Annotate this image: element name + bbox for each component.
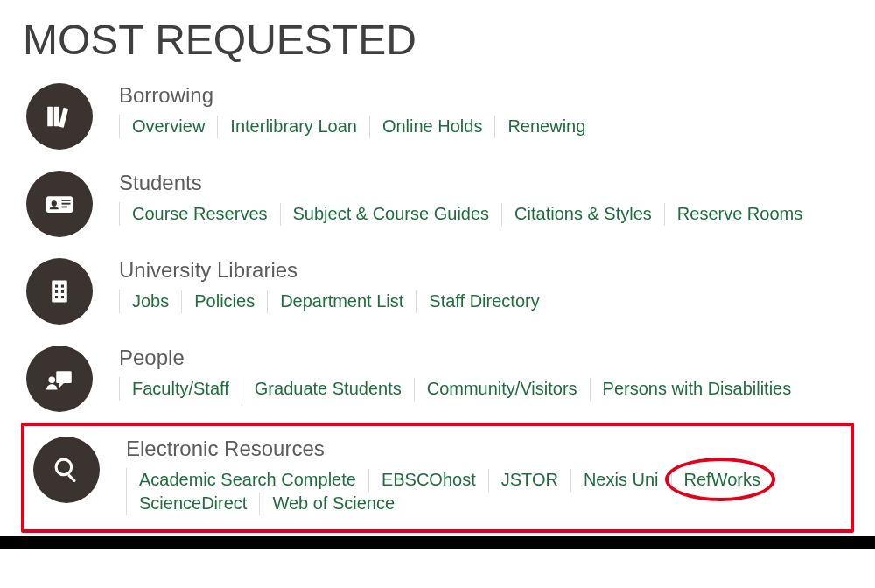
svg-point-18 xyxy=(56,459,72,475)
section-heading: Electronic Resources xyxy=(126,437,850,461)
books-icon xyxy=(26,83,93,150)
link-list: Faculty/Staff Graduate Students Communit… xyxy=(119,377,858,401)
section-university-libraries: University Libraries Jobs Policies Depar… xyxy=(18,248,858,335)
svg-marker-16 xyxy=(60,383,64,388)
section-people: People Faculty/Staff Graduate Students C… xyxy=(18,335,858,423)
svg-rect-0 xyxy=(47,107,52,127)
section-students: Students Course Reserves Subject & Cours… xyxy=(18,160,858,248)
building-icon xyxy=(26,258,93,325)
svg-point-4 xyxy=(52,200,57,206)
svg-rect-6 xyxy=(62,203,71,205)
svg-rect-7 xyxy=(62,206,67,208)
link-online-holds[interactable]: Online Holds xyxy=(370,115,495,138)
section-heading: People xyxy=(119,346,858,370)
id-card-icon xyxy=(26,171,93,237)
link-list: Overview Interlibrary Loan Online Holds … xyxy=(119,115,858,138)
link-graduate-students[interactable]: Graduate Students xyxy=(242,377,414,401)
link-policies[interactable]: Policies xyxy=(182,290,267,313)
page-title: MOST REQUESTED xyxy=(23,16,858,64)
link-academic-search-complete[interactable]: Academic Search Complete xyxy=(127,468,368,492)
svg-rect-12 xyxy=(61,290,64,293)
link-staff-directory[interactable]: Staff Directory xyxy=(416,290,551,313)
svg-rect-14 xyxy=(61,296,64,298)
svg-rect-5 xyxy=(62,200,71,201)
svg-rect-2 xyxy=(59,108,68,128)
link-refworks[interactable]: RefWorks xyxy=(672,468,773,492)
bottom-bar xyxy=(0,536,875,549)
link-citations-styles[interactable]: Citations & Styles xyxy=(502,202,664,226)
section-heading: Borrowing xyxy=(119,83,858,108)
link-department-list[interactable]: Department List xyxy=(268,290,416,313)
people-icon xyxy=(26,346,93,412)
svg-rect-1 xyxy=(54,107,60,127)
link-list: Jobs Policies Department List Staff Dire… xyxy=(119,290,858,313)
link-jstor[interactable]: JSTOR xyxy=(489,468,570,492)
link-overview[interactable]: Overview xyxy=(120,115,217,138)
svg-rect-11 xyxy=(55,290,58,293)
link-faculty-staff[interactable]: Faculty/Staff xyxy=(120,377,242,401)
link-interlibrary-loan[interactable]: Interlibrary Loan xyxy=(218,115,369,138)
highlight-box: Electronic Resources Academic Search Com… xyxy=(21,423,854,533)
link-reserve-rooms[interactable]: Reserve Rooms xyxy=(665,202,815,226)
section-heading: University Libraries xyxy=(119,258,858,283)
link-list: Academic Search Complete EBSCOhost JSTOR… xyxy=(126,468,850,515)
link-persons-with-disabilities[interactable]: Persons with Disabilities xyxy=(591,377,804,401)
svg-rect-9 xyxy=(55,285,58,288)
link-web-of-science[interactable]: Web of Science xyxy=(260,492,407,515)
section-electronic-resources: Electronic Resources Academic Search Com… xyxy=(24,426,850,526)
link-nexis-uni[interactable]: Nexis Uni xyxy=(571,468,671,492)
link-jobs[interactable]: Jobs xyxy=(120,290,181,313)
svg-rect-13 xyxy=(55,296,58,298)
link-sciencedirect[interactable]: ScienceDirect xyxy=(127,492,259,515)
svg-point-17 xyxy=(49,377,56,384)
svg-rect-10 xyxy=(61,285,64,288)
link-community-visitors[interactable]: Community/Visitors xyxy=(415,377,590,401)
svg-rect-19 xyxy=(67,473,76,482)
link-renewing[interactable]: Renewing xyxy=(495,115,598,138)
link-list: Course Reserves Subject & Course Guides … xyxy=(119,202,858,226)
section-heading: Students xyxy=(119,171,858,195)
svg-rect-8 xyxy=(52,281,67,303)
svg-rect-15 xyxy=(56,371,72,383)
link-course-reserves[interactable]: Course Reserves xyxy=(120,202,280,226)
link-subject-course-guides[interactable]: Subject & Course Guides xyxy=(281,202,502,226)
link-ebscohost[interactable]: EBSCOhost xyxy=(369,468,488,492)
section-borrowing: Borrowing Overview Interlibrary Loan Onl… xyxy=(18,73,858,160)
search-icon xyxy=(33,437,100,503)
